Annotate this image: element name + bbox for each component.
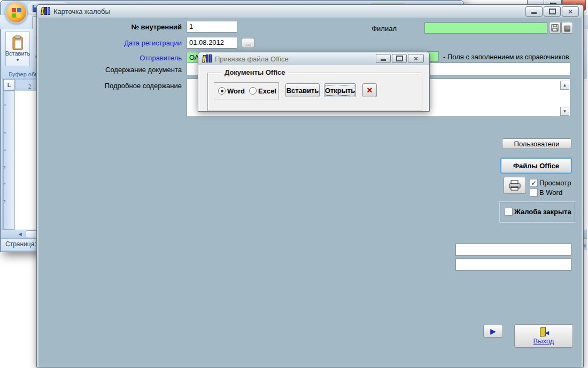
dialog-icon	[203, 55, 212, 62]
extra-field-2[interactable]	[455, 259, 571, 271]
reg-date-field[interactable]: 01.08.2012	[187, 37, 237, 49]
reg-date-browse-button[interactable]: ...	[242, 38, 254, 48]
doc-detail-scroll-up[interactable]: ▲	[560, 81, 569, 90]
paste-label: Вставить	[5, 50, 30, 57]
print-button[interactable]	[504, 177, 526, 194]
diskette-icon	[551, 24, 559, 32]
table-icon: ▦	[563, 24, 570, 32]
dialog-window-controls: ×	[376, 54, 424, 63]
office-button[interactable]	[5, 2, 27, 24]
dialog-close-button[interactable]: ×	[408, 54, 424, 63]
extra-field-1[interactable]	[455, 244, 571, 256]
dialog-client-area: Документы Office Word Excel Вставить Отк…	[200, 65, 428, 111]
reg-date-label: Дата регистрации	[38, 39, 182, 47]
office-files-button[interactable]: Файлы Office	[500, 158, 572, 174]
internal-no-field[interactable]: 1	[187, 21, 237, 33]
app-close-button[interactable]: ×	[562, 6, 579, 17]
users-button[interactable]: Пользователи	[502, 138, 571, 149]
doc-content-label: Содержание документа	[38, 66, 182, 74]
paste-button[interactable]: Вставить ▾	[5, 31, 30, 66]
doc-detail-scroll-down[interactable]: ▼	[560, 107, 569, 116]
doc-detail-label: Подробное содержание	[38, 82, 182, 90]
app-title: Карточка жалобы	[53, 7, 110, 15]
app-maximize-button[interactable]	[544, 6, 561, 17]
vertical-ruler-margin-numbers: 1	[4, 97, 14, 114]
preview-checkbox-label: Просмотр	[539, 179, 571, 187]
branch-save-button[interactable]	[549, 22, 561, 34]
open-button[interactable]: Открыть	[324, 83, 356, 97]
exit-door-icon: ◀	[539, 327, 548, 336]
closed-checkbox[interactable]	[505, 208, 513, 216]
vertical-ruler[interactable]: 1 12345	[3, 91, 15, 230]
excel-radio[interactable]	[249, 87, 257, 95]
dialog-x-button[interactable]: ×	[362, 83, 377, 97]
printer-icon	[508, 180, 521, 191]
in-word-checkbox[interactable]	[530, 189, 538, 197]
office-file-dialog: Привязка файла Office × Документы Office…	[198, 52, 430, 112]
word-radio[interactable]	[218, 87, 226, 95]
next-button[interactable]: ▶	[483, 325, 503, 338]
office-docs-group-label: Документы Office	[221, 68, 289, 76]
exit-label: Выход	[533, 337, 554, 345]
in-word-checkbox-label: В Word	[539, 189, 562, 197]
tab-stop-selector[interactable]: L	[3, 79, 15, 91]
word-radio-label: Word	[227, 87, 245, 95]
app-window-controls: ×	[525, 6, 579, 17]
dialog-title: Привязка файла Office	[215, 55, 289, 63]
dialog-maximize-button[interactable]	[392, 54, 407, 63]
branch-field[interactable]	[424, 22, 547, 34]
closed-checkbox-label: Жалоба закрыта	[514, 208, 571, 216]
vertical-ruler-numbers: 12345	[4, 124, 14, 210]
legend-text: - Поля с заполнением из справочников	[443, 53, 569, 61]
preview-checkbox[interactable]: ✓	[530, 179, 538, 187]
app-minimize-button[interactable]	[525, 6, 543, 17]
excel-radio-label: Excel	[258, 87, 276, 95]
dialog-minimize-button[interactable]	[376, 54, 391, 63]
paste-dropdown-icon: ▾	[16, 57, 19, 62]
internal-no-label: № внутренний	[38, 23, 182, 31]
branch-label: Филиал	[338, 25, 397, 33]
app-titlebar[interactable]: Карточка жалобы	[37, 5, 583, 18]
scroll-left-button[interactable]: ◀	[16, 230, 24, 238]
exit-button[interactable]: ◀ Выход	[514, 324, 573, 348]
connector-line	[278, 90, 284, 90]
sender-label: Отправитель	[38, 54, 182, 62]
clipboard-icon	[12, 35, 24, 50]
app-icon	[41, 7, 50, 15]
insert-button[interactable]: Вставить	[285, 83, 320, 97]
branch-table-button[interactable]: ▦	[561, 22, 573, 34]
